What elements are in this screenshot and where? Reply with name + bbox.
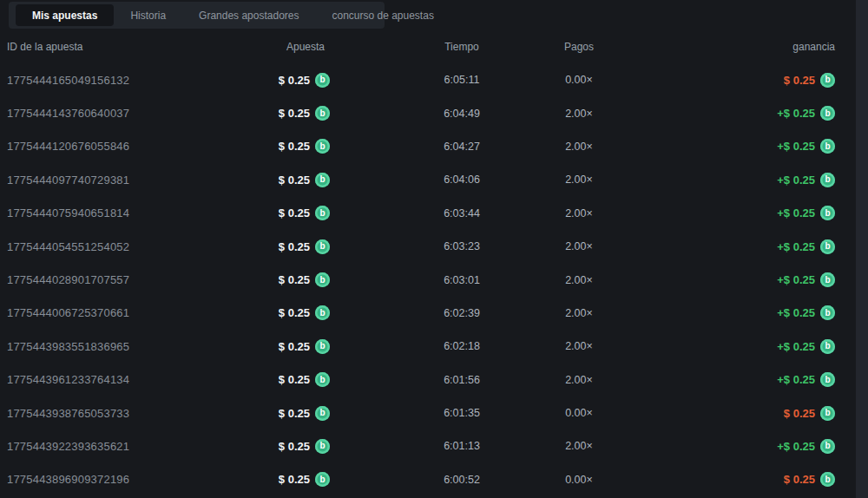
bet-payout: 0.00× bbox=[565, 474, 593, 486]
coin-icon: b bbox=[820, 439, 835, 454]
tab-grandes-apostadores[interactable]: Grandes apostadores bbox=[182, 4, 315, 26]
bet-amount: $ 0.25 bbox=[279, 240, 310, 253]
bet-profit: +$ 0.25 bbox=[777, 440, 815, 453]
page-scrollbar-track[interactable] bbox=[856, 0, 868, 498]
bet-amount: $ 0.25 bbox=[279, 473, 310, 486]
bet-payout: 0.00× bbox=[565, 74, 593, 86]
bet-time: 6:02:18 bbox=[444, 340, 480, 352]
bet-time: 6:04:06 bbox=[444, 174, 480, 186]
bet-time: 6:01:13 bbox=[444, 440, 480, 452]
bet-time: 6:05:11 bbox=[444, 74, 480, 86]
coin-icon: b bbox=[315, 106, 330, 121]
bet-time: 6:03:23 bbox=[444, 240, 480, 252]
bet-id: 1775444054551254052 bbox=[7, 240, 129, 253]
bet-id: 1775444097740729381 bbox=[7, 174, 129, 187]
bet-profit: $ 0.25 bbox=[784, 74, 815, 87]
coin-icon: b bbox=[315, 173, 330, 187]
bet-payout: 2.00× bbox=[565, 174, 593, 186]
bet-time: 6:03:44 bbox=[444, 207, 480, 220]
table-row[interactable]: 1775443896909372196 $ 0.25 b 6:00:52 0.0… bbox=[0, 463, 856, 496]
bet-payout: 2.00× bbox=[565, 207, 593, 220]
bet-profit: +$ 0.25 bbox=[777, 206, 815, 220]
coin-icon: b bbox=[820, 406, 835, 421]
bet-payout: 2.00× bbox=[565, 108, 593, 120]
bet-amount: $ 0.25 bbox=[279, 407, 310, 420]
my-bets-panel: Mis apuestasHistoriaGrandes apostadoresc… bbox=[0, 0, 856, 498]
bet-amount: $ 0.25 bbox=[279, 74, 310, 87]
bet-time: 6:00:52 bbox=[444, 474, 480, 486]
bet-time: 6:03:01 bbox=[444, 274, 480, 286]
bet-amount: $ 0.25 bbox=[279, 440, 310, 453]
coin-icon: b bbox=[820, 272, 835, 287]
bet-profit: $ 0.25 bbox=[784, 407, 815, 420]
bet-id: 1775444075940651814 bbox=[7, 206, 129, 220]
table-row[interactable]: 1775444120676055846 $ 0.25 b 6:04:27 2.0… bbox=[0, 130, 856, 163]
bet-profit: +$ 0.25 bbox=[777, 373, 815, 386]
table-row[interactable]: 1775444165049156132 $ 0.25 b 6:05:11 0.0… bbox=[0, 63, 856, 96]
coin-icon: b bbox=[315, 139, 330, 154]
bet-profit: +$ 0.25 bbox=[777, 340, 815, 353]
bet-profit: +$ 0.25 bbox=[777, 140, 815, 153]
tab-mis-apuestas[interactable]: Mis apuestas bbox=[16, 4, 114, 26]
bet-id: 1775443983551836965 bbox=[7, 340, 129, 353]
coin-icon: b bbox=[820, 372, 835, 387]
bet-profit: +$ 0.25 bbox=[777, 174, 815, 187]
bet-profit: $ 0.25 bbox=[784, 473, 815, 486]
table-row[interactable]: 1775444143760640037 $ 0.25 b 6:04:49 2.0… bbox=[0, 96, 856, 129]
table-row[interactable]: 1775443961233764134 $ 0.25 b 6:01:56 2.0… bbox=[0, 364, 856, 396]
bet-time: 6:04:49 bbox=[444, 108, 480, 120]
bet-amount: $ 0.25 bbox=[279, 306, 310, 319]
table-row[interactable]: 1775443983551836965 $ 0.25 b 6:02:18 2.0… bbox=[0, 330, 856, 363]
coin-icon: b bbox=[820, 239, 835, 254]
table-row[interactable]: 1775444075940651814 $ 0.25 b 6:03:44 2.0… bbox=[0, 197, 856, 230]
bet-payout: 2.00× bbox=[565, 240, 593, 252]
coin-icon: b bbox=[820, 139, 835, 154]
bet-id: 1775443938765053733 bbox=[7, 407, 129, 420]
tab-concurso-de-apuestas[interactable]: concurso de apuestas bbox=[315, 4, 450, 26]
table-row[interactable]: 1775444028901707557 $ 0.25 b 6:03:01 2.0… bbox=[0, 263, 856, 296]
bet-time: 6:01:35 bbox=[444, 407, 480, 419]
coin-icon: b bbox=[315, 239, 330, 254]
bet-profit: +$ 0.25 bbox=[777, 107, 815, 120]
bet-id: 1775444028901707557 bbox=[7, 273, 129, 286]
bet-payout: 2.00× bbox=[565, 340, 593, 352]
bet-amount: $ 0.25 bbox=[279, 273, 310, 286]
coin-icon: b bbox=[820, 472, 835, 487]
bet-profit: +$ 0.25 bbox=[777, 306, 815, 319]
bet-time: 6:04:27 bbox=[444, 141, 480, 153]
coin-icon: b bbox=[315, 272, 330, 287]
bet-time: 6:02:39 bbox=[444, 307, 480, 319]
bets-tabbar: Mis apuestasHistoriaGrandes apostadoresc… bbox=[9, 2, 385, 29]
table-row[interactable]: 1775444006725370661 $ 0.25 b 6:02:39 2.0… bbox=[0, 297, 856, 330]
table-row[interactable]: 1775444054551254052 $ 0.25 b 6:03:23 2.0… bbox=[0, 230, 856, 263]
coin-icon: b bbox=[315, 472, 330, 487]
bet-amount: $ 0.25 bbox=[279, 206, 310, 220]
bet-time: 6:01:56 bbox=[444, 374, 480, 386]
coin-icon: b bbox=[820, 305, 835, 320]
column-header-profit: ganancia bbox=[618, 35, 835, 59]
coin-icon: b bbox=[820, 173, 835, 187]
coin-icon: b bbox=[820, 106, 835, 121]
table-row[interactable]: 1775444097740729381 $ 0.25 b 6:04:06 2.0… bbox=[0, 163, 856, 196]
bet-amount: $ 0.25 bbox=[279, 140, 310, 153]
coin-icon: b bbox=[820, 73, 835, 88]
bet-id: 1775443961233764134 bbox=[7, 373, 129, 386]
bet-profit: +$ 0.25 bbox=[777, 240, 815, 253]
bet-payout: 2.00× bbox=[565, 141, 593, 153]
coin-icon: b bbox=[315, 73, 330, 88]
coin-icon: b bbox=[315, 439, 330, 454]
bet-id: 1775444120676055846 bbox=[7, 140, 129, 153]
tab-historia[interactable]: Historia bbox=[114, 4, 182, 26]
table-row[interactable]: 1775443922393635621 $ 0.25 b 6:01:13 2.0… bbox=[0, 429, 856, 462]
bet-amount: $ 0.25 bbox=[279, 373, 310, 386]
bet-id: 1775443896909372196 bbox=[7, 473, 129, 486]
bet-payout: 0.00× bbox=[565, 407, 593, 419]
bets-table-body: 1775444165049156132 $ 0.25 b 6:05:11 0.0… bbox=[0, 63, 856, 496]
table-row[interactable]: 1775443938765053733 $ 0.25 b 6:01:35 0.0… bbox=[0, 396, 856, 429]
coin-icon: b bbox=[315, 305, 330, 320]
coin-icon: b bbox=[820, 339, 835, 354]
coin-icon: b bbox=[315, 372, 330, 387]
bet-profit: +$ 0.25 bbox=[777, 273, 815, 286]
column-header-bet: Apuesta bbox=[156, 35, 330, 59]
bet-id: 1775444165049156132 bbox=[7, 74, 129, 87]
